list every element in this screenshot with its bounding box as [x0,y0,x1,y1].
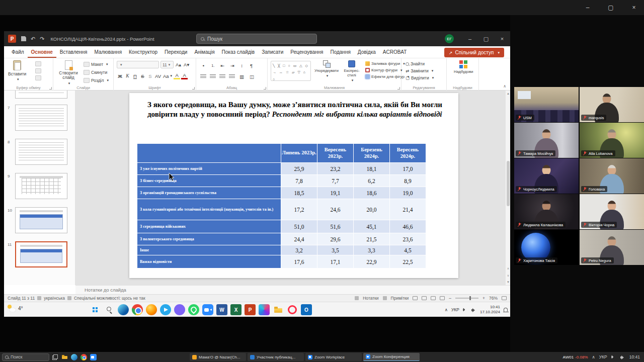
find-button[interactable]: Знайти [406,61,434,66]
format-painter-icon[interactable] [35,75,41,80]
align-center-icon[interactable] [210,74,216,79]
strikethrough-button[interactable]: S [139,72,146,79]
tab-insert[interactable]: Вставлення [56,46,91,58]
new-slide-button[interactable]: Створити слайд [56,60,80,85]
increase-indent-icon[interactable]: ⇥ [229,62,235,69]
dialog-launcher-icon[interactable] [49,87,52,89]
chrome-icon[interactable] [132,304,143,315]
file-explorer-icon[interactable] [273,304,284,315]
tab-file[interactable]: Файл [8,46,28,58]
participant-tile-tamara[interactable]: Тамара Мосійчук [514,123,579,158]
text-direction-icon[interactable]: ¶ [248,62,255,69]
slide-thumbnail-partial[interactable] [15,90,67,99]
align-left-icon[interactable] [200,74,206,79]
numbering-icon[interactable]: 1. [210,62,216,69]
tab-review[interactable]: Рецензування [287,46,327,58]
slide-sorter-view-icon[interactable] [422,296,427,300]
slideshow-view-icon[interactable] [440,296,445,300]
time-label[interactable]: 10:41 [629,354,640,359]
task-view-icon[interactable] [52,354,58,360]
canvas-scrollbar[interactable]: ▲ ∧ ∨ ▼ [505,90,510,285]
reading-view-icon[interactable] [431,296,436,300]
network-icon[interactable] [463,307,468,312]
scrollbar-thumb[interactable] [507,161,510,206]
outlook-icon[interactable] [301,304,312,315]
comments-toggle[interactable]: Примітки [391,296,409,301]
whatsapp-icon[interactable] [188,304,199,315]
shrink-font-icon[interactable]: A▾ [183,61,190,68]
dialog-launcher-icon[interactable] [192,87,195,89]
participant-tile-holovakha[interactable]: Головаха [580,158,644,194]
next-slide-icon[interactable]: ∨ [506,272,510,278]
shapes-gallery[interactable]: ╲ ╳ □ ○ ▭ △ ◇→ ↔ ☆ ▱ ▽ ⌂ ○ [271,61,311,81]
tab-acrobat[interactable]: ACROBAT [379,46,411,58]
line-spacing-icon[interactable]: ↕ [238,62,245,69]
participant-tile-chornous[interactable]: ЧорноусЛюдмила [514,158,579,194]
layout-button[interactable]: Макет [84,62,109,67]
slide-thumbnail-7[interactable] [15,105,67,131]
restore-icon[interactable]: ▢ [607,4,615,11]
photos-icon[interactable] [259,304,270,315]
addins-button[interactable]: Надбудови [454,60,473,74]
window-button-document[interactable]: Участник публикац... [248,353,304,361]
character-spacing-button[interactable]: AV [154,72,162,79]
chrome-icon[interactable] [80,354,87,360]
stock-ticker[interactable]: AW01 -0.08% [563,355,588,359]
viber-icon[interactable] [174,304,185,315]
weather-widget[interactable]: 4° [8,305,23,312]
bold-button[interactable]: Ж [117,72,123,79]
tab-transitions[interactable]: Переходи [161,46,191,58]
file-explorer-icon[interactable] [61,354,68,360]
tab-record[interactable]: Записати [258,46,287,58]
notifications-icon[interactable] [504,308,508,312]
window-button-zoom-workplace[interactable]: Zoom Workplace [305,353,362,361]
word-icon[interactable] [216,304,227,315]
edge-icon[interactable] [71,354,77,360]
fit-to-window-icon[interactable] [502,296,507,300]
start-icon[interactable] [90,304,101,315]
grow-font-icon[interactable]: A▴ [175,61,182,68]
zoom-in-icon[interactable]: + [482,296,485,301]
ppt-close-icon[interactable]: × [494,31,510,46]
ppt-minimize-icon[interactable]: – [462,31,478,46]
dialog-launcher-icon[interactable] [397,87,400,89]
slide-thumbnail-8[interactable] [15,139,67,165]
redo-icon[interactable]: ↷ [40,36,44,42]
select-button[interactable]: ▢Виділити [406,75,434,80]
minimize-icon[interactable]: – [584,4,592,11]
tab-animations[interactable]: Анімація [191,46,218,58]
firefox-icon[interactable] [146,304,157,315]
taskbar-search-box[interactable]: Поиск [2,353,49,361]
participant-tile-marqusis[interactable]: marqusis [580,87,644,122]
italic-button[interactable]: К [124,72,131,79]
cut-icon[interactable] [35,61,41,66]
copy-icon[interactable] [35,68,41,73]
font-color-button[interactable]: А [181,72,188,79]
account-avatar[interactable]: ЕГ [445,34,454,43]
notes-toggle[interactable]: Нотатки [363,296,378,301]
slide-thumbnail-10[interactable] [15,207,67,233]
language-indicator[interactable]: УКР [599,354,607,359]
text-shadow-button[interactable]: S [147,72,153,79]
share-button[interactable]: ↗ Спільний доступ [444,48,504,57]
accessibility-status[interactable]: Спеціальні можливості: щось не так [74,296,145,301]
excel-icon[interactable] [230,304,242,315]
edge-icon[interactable] [118,304,129,315]
zoom-icon[interactable] [202,304,213,315]
align-right-icon[interactable] [219,74,225,79]
undo-icon[interactable]: ↶ [31,36,35,42]
opera-icon[interactable] [287,304,298,315]
window-button-messenger[interactable]: Мама'О @ Nazar(Ch... [190,353,246,361]
bullets-icon[interactable]: • [200,62,207,69]
collapse-ribbon-icon[interactable]: ∧ [503,84,506,88]
search-icon[interactable] [104,304,115,315]
dialog-launcher-icon[interactable] [264,87,266,89]
ppt-search-box[interactable]: Пошук [196,34,317,44]
powerpoint-icon[interactable] [245,304,256,315]
font-name-select[interactable] [117,61,159,68]
slide-thumbnail-11-selected[interactable] [15,241,67,267]
decrease-indent-icon[interactable]: ⇤ [219,62,226,69]
slide-thumbnail-9[interactable] [15,173,67,199]
telegram-icon[interactable] [160,304,171,315]
language-label[interactable]: українська [44,296,65,301]
